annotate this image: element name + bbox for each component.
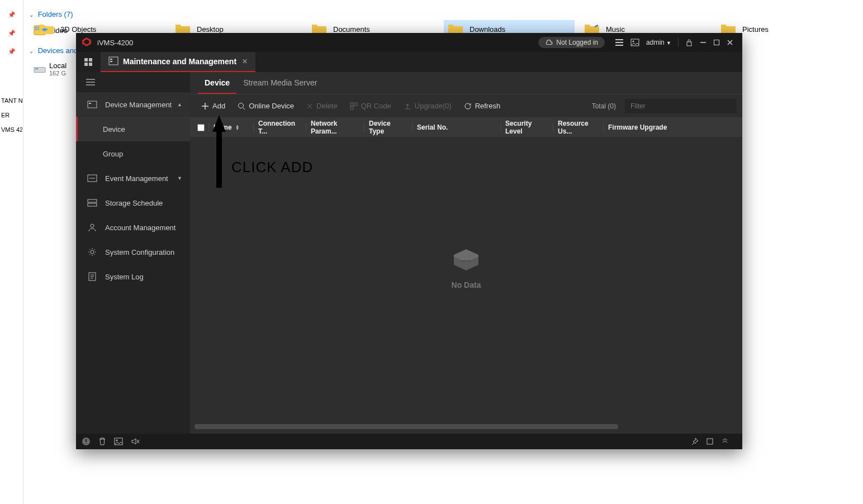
col-name[interactable]: Name ▲▼ (209, 123, 254, 132)
sidebar-sub-label: Device (103, 125, 125, 134)
close-icon[interactable] (727, 39, 733, 46)
col-type[interactable]: Device Type (364, 123, 412, 132)
list-icon[interactable] (615, 39, 624, 46)
folder-icon (38, 22, 55, 36)
sidebar-label: Storage Schedule (105, 199, 182, 207)
qr-label: QR Code (361, 102, 391, 110)
app-title: iVMS-4200 (97, 39, 133, 47)
sidebar-item-event-mgmt[interactable]: Event Management ▼ (76, 166, 190, 191)
qr-icon (350, 102, 358, 110)
sidebar-label: System Log (105, 273, 182, 281)
sidebar-label: System Configuration (105, 248, 182, 256)
refresh-button[interactable]: Refresh (458, 99, 506, 112)
svg-point-25 (91, 224, 94, 227)
sidebar-sub-group[interactable]: Group (76, 141, 190, 166)
horizontal-scrollbar[interactable] (195, 424, 738, 429)
tab-maintenance[interactable]: Maintenance and Management ✕ (101, 52, 255, 72)
explorer-left-rail: 📌 📌 📌 (0, 0, 23, 504)
sidebar-item-sysconfig[interactable]: System Configuration (76, 240, 190, 264)
modules-grid-button[interactable] (76, 52, 101, 72)
table-header: Name ▲▼ Connection T... Network Param...… (190, 118, 742, 137)
login-status-text: Not Logged in (556, 39, 598, 46)
pin-icon: 📌 (8, 48, 15, 55)
svg-rect-29 (350, 103, 353, 106)
ivms-window: iVMS-4200 Not Logged in admin ▼ Maintena… (76, 33, 742, 449)
sidebar-toggle[interactable] (76, 72, 190, 92)
empty-box-icon (451, 248, 482, 273)
folders-section[interactable]: ⌄ Folders (7) (29, 10, 107, 18)
svg-rect-23 (88, 199, 97, 202)
plus-icon (201, 102, 209, 110)
event-icon (86, 174, 98, 182)
svg-rect-6 (35, 69, 39, 70)
main-tab-device[interactable]: Device (198, 72, 236, 94)
select-all-checkbox[interactable] (193, 123, 209, 132)
online-label: Online Device (249, 102, 294, 110)
picture-icon[interactable] (114, 438, 123, 445)
svg-rect-36 (707, 439, 713, 444)
svg-rect-24 (88, 203, 97, 206)
svg-rect-13 (84, 58, 88, 61)
storage-icon (86, 199, 98, 207)
trash-icon[interactable] (98, 437, 106, 446)
toolbar: Add Online Device Delete QR Code Upgrade… (190, 94, 742, 118)
svg-rect-31 (350, 107, 353, 110)
refresh-icon (464, 102, 472, 110)
sidebar-sub-device[interactable]: Device (76, 117, 190, 141)
clip-text: ER (1, 112, 22, 118)
col-serial[interactable]: Serial No. (412, 123, 501, 132)
minimize-icon[interactable] (700, 39, 706, 46)
sidebar-item-storage[interactable]: Storage Schedule (76, 191, 190, 215)
main-tab-stream[interactable]: Stream Media Server (236, 72, 324, 94)
svg-rect-14 (89, 58, 92, 61)
svg-point-10 (633, 41, 634, 42)
svg-rect-11 (687, 42, 691, 46)
col-resource[interactable]: Resource Us... (553, 123, 604, 132)
maximize-icon[interactable] (713, 39, 720, 46)
sidebar-item-account[interactable]: Account Management (76, 215, 190, 240)
svg-rect-18 (110, 59, 112, 60)
mute-icon[interactable] (131, 438, 140, 445)
drive-icon (34, 64, 46, 74)
add-button[interactable]: Add (196, 99, 231, 112)
scrollbar-thumb[interactable] (195, 424, 618, 429)
folder-label: Pictures (742, 25, 769, 34)
collapse-icon[interactable] (721, 438, 729, 445)
lock-icon[interactable] (685, 39, 693, 46)
folder-label: Downloads (470, 25, 505, 34)
online-device-button[interactable]: Online Device (232, 99, 300, 112)
svg-rect-21 (89, 103, 91, 104)
titlebar[interactable]: iVMS-4200 Not Logged in admin ▼ (76, 33, 742, 52)
sidebar-label: Account Management (105, 224, 182, 232)
window-icon[interactable] (706, 438, 713, 445)
col-security[interactable]: Security Level (501, 123, 553, 132)
gear-icon (86, 248, 98, 256)
sidebar-sub-label: Group (103, 150, 123, 158)
device-icon (86, 101, 98, 108)
x-icon (306, 103, 313, 110)
login-status-pill[interactable]: Not Logged in (538, 37, 605, 48)
tab-close-icon[interactable]: ✕ (242, 58, 248, 65)
col-conn[interactable]: Connection T... (254, 123, 306, 132)
sidebar-label: Event Management (105, 174, 177, 183)
col-firmware[interactable]: Firmware Upgrade (604, 123, 739, 132)
sidebar-item-syslog[interactable]: System Log (76, 264, 190, 289)
table-body: No Data (190, 137, 742, 424)
filter-input[interactable] (625, 99, 737, 113)
svg-rect-5 (34, 68, 45, 73)
alert-icon[interactable] (82, 437, 91, 446)
col-net[interactable]: Network Param... (306, 123, 364, 132)
user-menu[interactable]: admin ▼ (646, 39, 671, 46)
sidebar: Device Management ▲ Device Group Event M… (76, 72, 190, 434)
clip-text: TANT NO (1, 97, 22, 104)
svg-rect-32 (462, 260, 471, 261)
refresh-label: Refresh (475, 102, 501, 110)
chevron-up-icon: ▲ (177, 102, 182, 107)
folder-label: Desktop (197, 25, 224, 34)
main-panel: Device Stream Media Server Add Online De… (190, 72, 742, 434)
pin-icon[interactable] (691, 438, 699, 445)
sidebar-item-device-mgmt[interactable]: Device Management ▲ (76, 92, 190, 117)
total-label: Total (0) (592, 102, 616, 110)
image-icon[interactable] (630, 39, 639, 46)
drive-text: Local 162 G (49, 61, 67, 77)
